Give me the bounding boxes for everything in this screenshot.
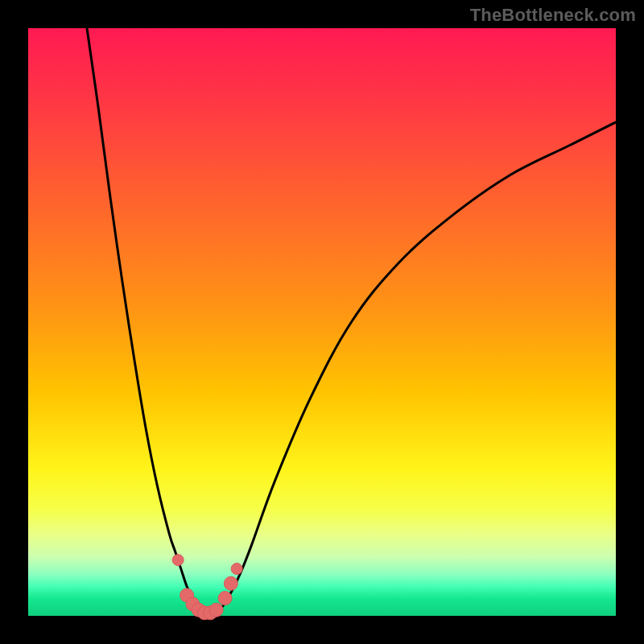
data-marker (224, 576, 237, 590)
data-marker (218, 592, 232, 605)
branding-watermark: TheBottleneck.com (470, 5, 636, 26)
data-marker (172, 555, 184, 566)
data-marker (231, 564, 242, 575)
plot-area (28, 28, 616, 616)
series-right-branch (217, 122, 616, 613)
series-group (87, 28, 616, 613)
series-left-branch (87, 28, 204, 613)
data-marker (209, 603, 223, 617)
chart-container: TheBottleneck.com (0, 0, 644, 644)
marker-group (172, 555, 242, 620)
curve-layer (28, 28, 616, 616)
